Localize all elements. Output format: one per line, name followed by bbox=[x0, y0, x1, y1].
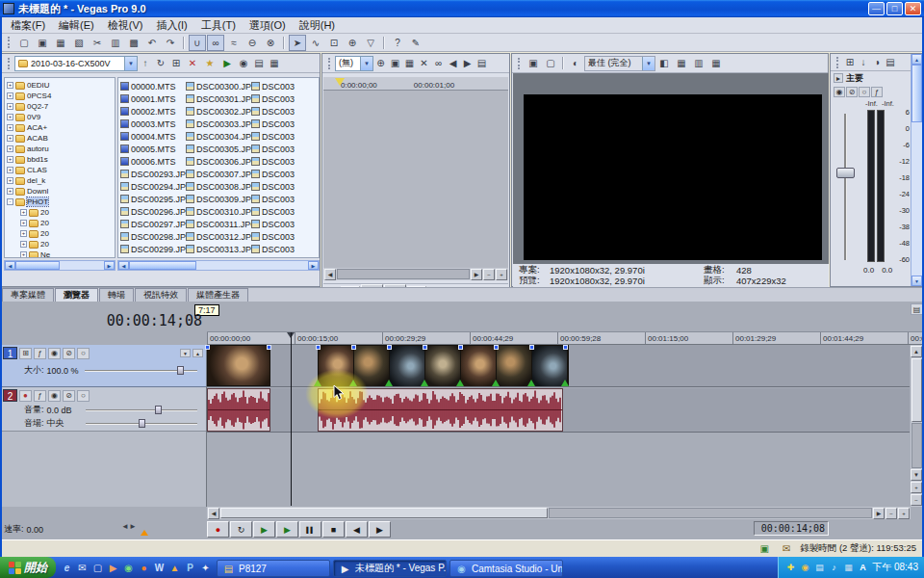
tab[interactable]: 轉場 bbox=[99, 288, 134, 302]
tree-horizontal-scrollbar[interactable]: ◀ ▶ bbox=[4, 260, 116, 271]
tab[interactable]: 瀏覽器 bbox=[55, 288, 98, 302]
file-item-image[interactable]: DSC00306.JPG bbox=[186, 155, 251, 168]
expand-icon[interactable]: + bbox=[7, 124, 13, 131]
scroll-track[interactable] bbox=[549, 508, 872, 518]
rate-scrub-icon[interactable]: ◄► bbox=[121, 522, 137, 531]
auto-preview-icon[interactable]: ◉ bbox=[236, 55, 251, 71]
mute-button-icon[interactable]: ⊘ bbox=[63, 390, 75, 402]
master-mute-icon[interactable]: ⊘ bbox=[846, 87, 858, 97]
quick-launch-photoshop-icon[interactable]: P bbox=[183, 560, 197, 575]
external-monitor-icon[interactable]: ▢ bbox=[542, 55, 559, 71]
mute-button-icon[interactable]: ⊘ bbox=[63, 348, 75, 359]
track-fx-icon[interactable]: ƒ bbox=[34, 390, 46, 402]
dropdown-arrow-icon[interactable]: ▼ bbox=[642, 57, 654, 70]
lock-envelopes-icon[interactable]: ⊖ bbox=[244, 35, 261, 51]
file-item-image[interactable]: DSC003 bbox=[251, 193, 320, 205]
scroll-right-icon[interactable]: ▶ bbox=[104, 261, 115, 270]
tray-ime-icon[interactable]: A bbox=[857, 561, 869, 574]
zoom-edit-tool-icon[interactable]: ⊕ bbox=[344, 35, 361, 51]
dropdown-arrow-icon[interactable]: ▼ bbox=[124, 57, 137, 70]
trimmer-body[interactable] bbox=[323, 91, 508, 268]
quick-launch-word-icon[interactable]: W bbox=[152, 560, 167, 575]
file-item-image[interactable]: DSC00302.JPG bbox=[186, 105, 251, 118]
file-item-video[interactable]: 00000.MTS bbox=[120, 80, 186, 92]
file-item-image[interactable]: DSC003 bbox=[251, 168, 320, 180]
master-properties-icon[interactable]: ▤ bbox=[884, 56, 897, 69]
track-header-video[interactable]: 1 ⊞ƒ◉⊘○ ▼ ▲ 大小: 100.0 % bbox=[0, 345, 206, 387]
refresh-icon[interactable]: ↻ bbox=[153, 55, 168, 71]
expand-icon[interactable]: + bbox=[7, 188, 13, 195]
menu-item[interactable]: 工具(T) bbox=[194, 17, 243, 34]
envelope-point[interactable] bbox=[563, 345, 568, 350]
scroll-track[interactable] bbox=[196, 261, 308, 270]
quick-launch-show-desktop-icon[interactable]: ▢ bbox=[90, 560, 105, 575]
tree-subfolder[interactable]: + 20 bbox=[7, 239, 115, 250]
envelope-point[interactable] bbox=[267, 345, 271, 350]
scroll-track[interactable] bbox=[337, 269, 470, 279]
zoom-out-icon[interactable]: − bbox=[886, 508, 897, 519]
cut-icon[interactable]: ✂ bbox=[89, 35, 106, 51]
master-solo-icon[interactable]: ○ bbox=[859, 87, 870, 97]
video-preview-frame[interactable] bbox=[524, 94, 822, 260]
tree-folder[interactable]: + autoru bbox=[7, 144, 115, 154]
file-item-image[interactable]: DSC003 bbox=[251, 243, 320, 255]
tree-folder[interactable]: + del_k bbox=[7, 175, 115, 186]
scroll-left-icon[interactable]: ◀ bbox=[5, 261, 15, 270]
tree-folder[interactable]: + 0PCS4 bbox=[7, 91, 115, 101]
trimmer-zoom-scrollbar[interactable]: ◀ ▶ − + bbox=[323, 268, 508, 280]
audio-clip[interactable] bbox=[318, 388, 563, 432]
envelope-point[interactable] bbox=[205, 345, 210, 350]
file-item-image[interactable]: DSC00299.JPG bbox=[120, 243, 186, 255]
taskbar-task-button[interactable]: ▤ P8127 bbox=[217, 560, 330, 577]
copy-icon[interactable]: ▥ bbox=[107, 35, 124, 51]
minimize-track-icon[interactable]: ▼ bbox=[180, 349, 191, 357]
expand-icon[interactable]: + bbox=[7, 177, 13, 184]
taskbar-task-button[interactable]: ◉ Camtasia Studio - Unti... bbox=[449, 560, 563, 577]
scroll-down-icon[interactable]: ▼ bbox=[911, 469, 922, 481]
expand-icon[interactable]: + bbox=[7, 82, 13, 89]
scroll-left-icon[interactable]: ◀ bbox=[118, 261, 129, 270]
quick-launch-firefox-icon[interactable]: ● bbox=[137, 560, 151, 575]
scroll-up-icon[interactable]: ▲ bbox=[911, 346, 922, 357]
snap-icon[interactable]: ∪ bbox=[189, 35, 206, 51]
file-item-image[interactable]: DSC00296.JPG bbox=[120, 205, 186, 218]
file-item-video[interactable]: 00006.MTS bbox=[120, 155, 186, 168]
expand-icon[interactable]: + bbox=[7, 167, 13, 173]
expand-icon[interactable]: + bbox=[20, 241, 27, 248]
envelope-point[interactable] bbox=[458, 345, 463, 350]
go-to-end-button[interactable]: ▶ bbox=[369, 521, 391, 538]
undo-icon[interactable]: ↶ bbox=[143, 35, 161, 51]
file-item-image[interactable]: DSC00309.JPG bbox=[186, 193, 251, 205]
tab[interactable]: 專案媒體 bbox=[2, 288, 54, 302]
history-back-icon[interactable]: ◀ bbox=[446, 55, 460, 71]
trimmer-media-dropdown[interactable]: (無) ▼ bbox=[335, 56, 373, 71]
paste-icon[interactable]: ▩ bbox=[125, 35, 142, 51]
file-item-image[interactable]: DSC00304.JPG bbox=[186, 130, 251, 143]
tray-clock[interactable]: 下午 08:43 bbox=[872, 561, 918, 574]
scroll-thumb[interactable] bbox=[15, 261, 60, 270]
split-screen-view-icon[interactable]: ◧ bbox=[655, 55, 673, 71]
tree-subfolder[interactable]: + 20 bbox=[7, 228, 115, 239]
automation-settings-icon[interactable]: ◉ bbox=[48, 390, 61, 402]
scroll-right-icon[interactable]: ▶ bbox=[471, 269, 482, 280]
menu-item[interactable]: 插入(I) bbox=[149, 17, 193, 34]
insert-bus-icon[interactable]: ⊞ bbox=[843, 56, 857, 69]
expand-icon[interactable]: + bbox=[7, 114, 13, 120]
tree-subfolder[interactable]: + 20 bbox=[7, 207, 115, 218]
collapse-icon[interactable]: - bbox=[7, 198, 13, 205]
tree-folder[interactable]: + bbd1s bbox=[7, 154, 115, 165]
scroll-thumb[interactable] bbox=[220, 508, 548, 518]
zoom-in-icon[interactable]: + bbox=[496, 269, 507, 280]
timecode-display[interactable]: 00:00:14;08 bbox=[100, 312, 202, 329]
display-format-icon[interactable]: ▤ bbox=[475, 55, 489, 71]
auto-crossfade-icon[interactable]: ∞ bbox=[207, 35, 224, 51]
play-button[interactable]: ▶ bbox=[276, 521, 298, 538]
scroll-left-icon[interactable]: ◀ bbox=[208, 508, 219, 519]
tree-subfolder[interactable]: + 20 bbox=[7, 218, 115, 228]
tray-antivirus-icon[interactable]: ✚ bbox=[784, 561, 797, 574]
file-item-image[interactable]: DSC00298.JPG bbox=[120, 230, 186, 243]
file-item-video[interactable]: 00005.MTS bbox=[120, 143, 186, 155]
expand-icon[interactable]: + bbox=[7, 92, 13, 99]
views-icon[interactable]: ▤ bbox=[251, 55, 267, 71]
file-item-image[interactable]: DSC00293.JPG bbox=[120, 168, 186, 180]
